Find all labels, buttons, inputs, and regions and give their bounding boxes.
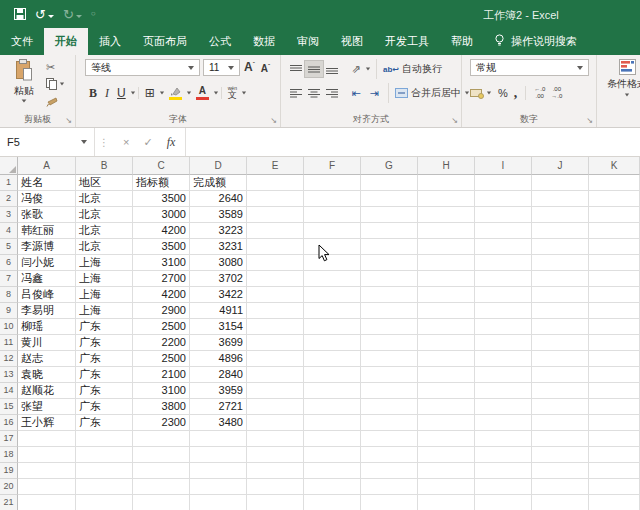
cell-C13[interactable]: 2100 bbox=[133, 367, 190, 383]
cell-E1[interactable] bbox=[247, 175, 304, 191]
cell-D15[interactable]: 2721 bbox=[190, 399, 247, 415]
borders-dropdown-icon[interactable] bbox=[160, 92, 164, 95]
cut-button[interactable]: ✂ bbox=[46, 61, 55, 73]
cell-D7[interactable]: 3702 bbox=[190, 271, 247, 287]
number-dialog-launcher-icon[interactable]: ↘ bbox=[586, 117, 593, 125]
cell-G19[interactable] bbox=[361, 463, 418, 479]
cell-G21[interactable] bbox=[361, 495, 418, 510]
alignment-dialog-launcher-icon[interactable]: ↘ bbox=[451, 117, 458, 125]
increase-font-size-button[interactable]: Aˆ bbox=[244, 60, 255, 74]
cell-E3[interactable] bbox=[247, 207, 304, 223]
tab-developer[interactable]: 开发工具 bbox=[374, 28, 440, 55]
cell-H21[interactable] bbox=[418, 495, 475, 510]
cell-A7[interactable]: 冯鑫 bbox=[18, 271, 76, 287]
cell-B14[interactable]: 广东 bbox=[76, 383, 133, 399]
cell-C17[interactable] bbox=[133, 431, 190, 447]
cell-G3[interactable] bbox=[361, 207, 418, 223]
cell-D21[interactable] bbox=[190, 495, 247, 510]
cell-E11[interactable] bbox=[247, 335, 304, 351]
cell-E10[interactable] bbox=[247, 319, 304, 335]
cell-A13[interactable]: 袁晓 bbox=[18, 367, 76, 383]
cell-B16[interactable]: 广东 bbox=[76, 415, 133, 431]
cell-F13[interactable] bbox=[304, 367, 361, 383]
cell-G17[interactable] bbox=[361, 431, 418, 447]
cell-I9[interactable] bbox=[475, 303, 532, 319]
number-format-dropdown-icon[interactable] bbox=[577, 66, 583, 70]
cell-J13[interactable] bbox=[532, 367, 589, 383]
cell-I4[interactable] bbox=[475, 223, 532, 239]
cell-J6[interactable] bbox=[532, 255, 589, 271]
cell-G5[interactable] bbox=[361, 239, 418, 255]
row-header-20[interactable]: 20 bbox=[0, 479, 18, 495]
cell-K12[interactable] bbox=[589, 351, 640, 367]
column-header-D[interactable]: D bbox=[190, 157, 247, 175]
cell-E18[interactable] bbox=[247, 447, 304, 463]
cell-J10[interactable] bbox=[532, 319, 589, 335]
cell-J8[interactable] bbox=[532, 287, 589, 303]
column-header-G[interactable]: G bbox=[361, 157, 418, 175]
row-header-21[interactable]: 21 bbox=[0, 495, 18, 510]
cell-K10[interactable] bbox=[589, 319, 640, 335]
cell-C1[interactable]: 指标额 bbox=[133, 175, 190, 191]
cell-K20[interactable] bbox=[589, 479, 640, 495]
cell-A11[interactable]: 黄川 bbox=[18, 335, 76, 351]
cell-E20[interactable] bbox=[247, 479, 304, 495]
cell-D19[interactable] bbox=[190, 463, 247, 479]
cell-I1[interactable] bbox=[475, 175, 532, 191]
cell-H3[interactable] bbox=[418, 207, 475, 223]
cell-D20[interactable] bbox=[190, 479, 247, 495]
cell-F12[interactable] bbox=[304, 351, 361, 367]
redo-dropdown-icon[interactable] bbox=[76, 15, 82, 18]
align-middle-button[interactable] bbox=[305, 61, 323, 77]
cell-I11[interactable] bbox=[475, 335, 532, 351]
cell-B12[interactable]: 广东 bbox=[76, 351, 133, 367]
cell-B4[interactable]: 北京 bbox=[76, 223, 133, 239]
cell-H11[interactable] bbox=[418, 335, 475, 351]
cell-K4[interactable] bbox=[589, 223, 640, 239]
cell-B8[interactable]: 上海 bbox=[76, 287, 133, 303]
cell-K3[interactable] bbox=[589, 207, 640, 223]
row-header-13[interactable]: 13 bbox=[0, 367, 18, 383]
name-box[interactable]: F5 bbox=[0, 128, 95, 156]
row-header-11[interactable]: 11 bbox=[0, 335, 18, 351]
cell-K1[interactable] bbox=[589, 175, 640, 191]
cell-C8[interactable]: 4200 bbox=[133, 287, 190, 303]
cell-B9[interactable]: 上海 bbox=[76, 303, 133, 319]
row-header-2[interactable]: 2 bbox=[0, 191, 18, 207]
row-header-19[interactable]: 19 bbox=[0, 463, 18, 479]
cell-F15[interactable] bbox=[304, 399, 361, 415]
tab-review[interactable]: 审阅 bbox=[286, 28, 330, 55]
cell-K2[interactable] bbox=[589, 191, 640, 207]
cell-F10[interactable] bbox=[304, 319, 361, 335]
cell-A8[interactable]: 吕俊峰 bbox=[18, 287, 76, 303]
decrease-indent-button[interactable]: ⇤ bbox=[347, 85, 365, 101]
cell-B2[interactable]: 北京 bbox=[76, 191, 133, 207]
cell-J7[interactable] bbox=[532, 271, 589, 287]
cell-H1[interactable] bbox=[418, 175, 475, 191]
tab-help[interactable]: 帮助 bbox=[440, 28, 484, 55]
cell-C15[interactable]: 3800 bbox=[133, 399, 190, 415]
column-header-E[interactable]: E bbox=[247, 157, 304, 175]
cell-I16[interactable] bbox=[475, 415, 532, 431]
cell-H4[interactable] bbox=[418, 223, 475, 239]
align-top-button[interactable] bbox=[287, 61, 305, 77]
cell-K16[interactable] bbox=[589, 415, 640, 431]
font-dialog-launcher-icon[interactable]: ↘ bbox=[270, 117, 277, 125]
font-size-dropdown-icon[interactable] bbox=[228, 66, 234, 70]
cell-G20[interactable] bbox=[361, 479, 418, 495]
cell-A14[interactable]: 赵顺花 bbox=[18, 383, 76, 399]
cell-G10[interactable] bbox=[361, 319, 418, 335]
fill-color-button[interactable] bbox=[165, 84, 186, 102]
cell-F6[interactable] bbox=[304, 255, 361, 271]
cell-C14[interactable]: 3100 bbox=[133, 383, 190, 399]
font-name-select[interactable]: 等线 bbox=[85, 59, 200, 76]
align-left-button[interactable] bbox=[287, 85, 305, 101]
cell-G18[interactable] bbox=[361, 447, 418, 463]
cell-J11[interactable] bbox=[532, 335, 589, 351]
copy-button[interactable] bbox=[46, 78, 65, 90]
phonetic-dropdown-icon[interactable] bbox=[242, 92, 246, 95]
row-header-4[interactable]: 4 bbox=[0, 223, 18, 239]
cell-K17[interactable] bbox=[589, 431, 640, 447]
cell-H5[interactable] bbox=[418, 239, 475, 255]
cell-K15[interactable] bbox=[589, 399, 640, 415]
